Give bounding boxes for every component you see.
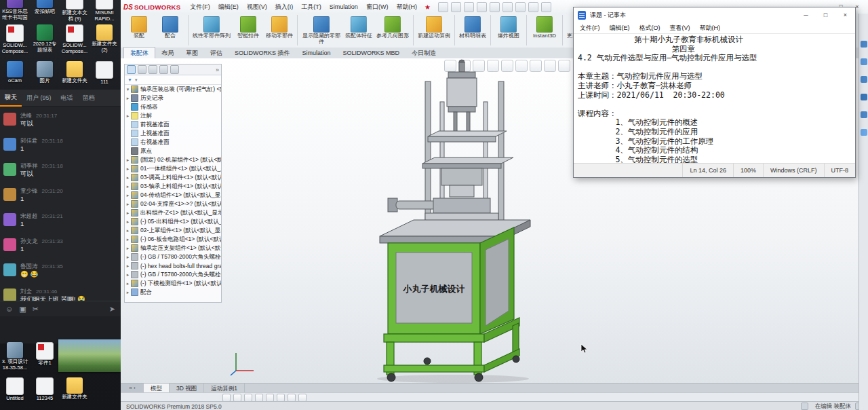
quick-access-toolbar-icon[interactable] xyxy=(438,2,448,12)
tree-item[interactable]: ▸ 04-传动组件<1> (默认<默认_显示状态-1 xyxy=(125,191,221,200)
maximize-icon[interactable] xyxy=(816,7,835,22)
taskpane-icon[interactable] xyxy=(861,111,867,118)
tree-filter-bar[interactable] xyxy=(125,75,221,85)
avatar[interactable] xyxy=(3,263,16,276)
expand-arrow-icon[interactable]: ▾ xyxy=(125,87,131,92)
expand-arrow-icon[interactable]: ▸ xyxy=(125,184,131,189)
menubar-item[interactable]: Simulation xyxy=(326,0,362,14)
tree-item[interactable]: ▸ (-) hex head bolts-full thread grade c… xyxy=(125,261,221,270)
desktop-icon[interactable]: KSS音乐思维卡书写国际 xyxy=(1,0,29,22)
status-icon[interactable] xyxy=(801,403,808,410)
send-icon[interactable] xyxy=(109,305,115,314)
sender-name[interactable]: 孙文龙 xyxy=(20,238,38,244)
desktop-icon[interactable]: oCam xyxy=(1,60,29,86)
ribbon-button[interactable]: 新建运动算例 xyxy=(416,15,455,45)
sender-name[interactable]: 童少锋 xyxy=(20,187,38,194)
expand-arrow-icon[interactable]: ▸ xyxy=(125,290,131,295)
tree-item[interactable]: ▸ 03-调高上料组件<1> (默认<默认_显示状 xyxy=(125,173,221,182)
emoji-icon[interactable] xyxy=(5,301,13,316)
menubar-item[interactable]: 窗口(W) xyxy=(362,0,393,14)
ribbon-button[interactable]: 线性零部件阵列 xyxy=(191,15,233,45)
expand-arrow-icon[interactable]: ▸ xyxy=(125,96,131,101)
screenshot-icon[interactable] xyxy=(33,301,39,316)
desktop-icon[interactable]: SOLIDW... Compose... xyxy=(1,23,29,54)
tree-item[interactable]: ▸ (-) GB / T5780-2000六角头螺栓C级<1> xyxy=(125,253,221,261)
quick-access-toolbar-icon[interactable] xyxy=(502,2,513,12)
tree-item[interactable]: ▸ 02-上罩组件<1> (默认<默认_显示状态- xyxy=(125,226,221,235)
desktop-icon[interactable]: 111 xyxy=(90,60,119,86)
desktop-icon[interactable]: 新建文件夹 (2) xyxy=(90,23,119,54)
menubar-item[interactable]: 查看(V) xyxy=(665,24,695,33)
menubar-item[interactable]: 工具(T) xyxy=(297,0,326,14)
sender-name[interactable]: 胡季祥 xyxy=(20,162,38,169)
chat-tab[interactable]: 聊天 xyxy=(0,89,22,107)
tree-item[interactable]: ▸ 02-04-支撑座<1>->? (默认<默认_显示状 xyxy=(125,200,221,208)
menubar-item[interactable]: 编辑(E) xyxy=(605,24,635,33)
viewport-tool-icon[interactable] xyxy=(244,394,252,402)
menubar-item[interactable]: 视图(V) xyxy=(243,0,271,14)
desktop-icon[interactable]: 爱拍贴吧 xyxy=(31,0,59,22)
ribbon-tab[interactable]: SOLIDWORKS MBD xyxy=(337,48,406,58)
desktop-icon[interactable]: 新建文件夹 xyxy=(60,376,89,402)
ribbon-button[interactable]: 装配 xyxy=(123,15,155,45)
avatar[interactable] xyxy=(3,113,16,126)
configuration-tab-icon[interactable] xyxy=(149,65,157,74)
document-tab[interactable]: 模型 xyxy=(144,384,170,393)
desktop-icon[interactable]: MISUMI RAPiD... xyxy=(90,0,119,22)
quick-access-toolbar-icon[interactable] xyxy=(515,2,526,12)
expand-arrow-icon[interactable]: ▸ xyxy=(125,272,131,278)
taskpane-icon[interactable] xyxy=(861,129,867,136)
ribbon-button[interactable]: 显示隐藏的零部件 xyxy=(300,15,343,45)
tree-item[interactable]: ▸ (-) 06-板金电路组<1> (默认<默认_显示 xyxy=(125,235,221,244)
menubar-item[interactable]: 帮助(H) xyxy=(695,24,726,33)
desktop-icon[interactable]: 2020.12专题报表 xyxy=(31,23,59,54)
expand-arrow-icon[interactable]: ▸ xyxy=(125,175,131,181)
notepad-titlebar[interactable]: 课题 - 记事本 xyxy=(574,7,855,22)
sender-name[interactable]: 郭佳君 xyxy=(20,137,38,144)
tree-item[interactable]: 传感器 xyxy=(125,102,221,111)
tree-item[interactable]: ▸ (-) 下模检测组件<1> (默认<默认_显示 xyxy=(125,279,221,288)
expand-arrow-icon[interactable]: ▸ xyxy=(125,237,131,242)
expand-arrow-icon[interactable]: ▸ xyxy=(125,219,131,225)
avatar[interactable] xyxy=(3,213,16,226)
tree-item[interactable]: ▸ 配合 xyxy=(125,288,221,297)
tab-scroll-arrows-icon[interactable] xyxy=(121,384,144,393)
viewport-tool-icon[interactable] xyxy=(222,394,231,402)
avatar[interactable] xyxy=(3,188,16,201)
viewport-tool-icon[interactable] xyxy=(233,394,241,402)
tree-item[interactable]: ▸ (固定) 02-机架组件<1> (默认<默认_显示 xyxy=(125,155,221,164)
avatar[interactable] xyxy=(3,238,16,251)
ribbon-button[interactable]: 爆炸视图 xyxy=(493,15,527,45)
quick-access-toolbar-icon[interactable] xyxy=(477,2,487,12)
expand-arrow-icon[interactable]: ▸ xyxy=(125,281,131,286)
expand-arrow-icon[interactable]: ▸ xyxy=(125,255,131,260)
tree-item[interactable]: ▸ 01-一体模组件<1> (默认<默认_显示状态 xyxy=(125,164,221,173)
avatar[interactable] xyxy=(3,163,16,176)
notepad-text-area[interactable]: 第十期小丸子教育非标机械设计 第四章4.2 气动元件选型与应用—气动控制元件应用… xyxy=(574,34,855,163)
tree-item[interactable]: ▸ (-) GB / T5780-2000六角头螺栓C级<2> xyxy=(125,270,221,279)
tree-item[interactable]: ▸ (-) 05-出料组件<1> (默认<默认_显示状 xyxy=(125,217,221,226)
tree-item[interactable]: 原点 xyxy=(125,147,221,155)
ribbon-button[interactable]: 配合 xyxy=(155,15,189,45)
view-toolbar-icon[interactable] xyxy=(558,60,570,72)
quick-access-toolbar-icon[interactable] xyxy=(528,2,538,12)
desktop-icon[interactable]: 新建文本文档 (9) xyxy=(60,0,89,22)
desktop-icon[interactable]: 新建文件夹 xyxy=(60,60,89,86)
dimxpert-tab-icon[interactable] xyxy=(159,65,168,74)
propertymanager-tab-icon[interactable] xyxy=(138,65,146,74)
chat-tab[interactable]: 电话 xyxy=(56,90,78,106)
menubar-item[interactable]: 编辑(E) xyxy=(214,0,243,14)
taskpane-icon[interactable] xyxy=(861,94,867,100)
sender-name[interactable]: 刘全 xyxy=(20,288,32,295)
ribbon-button[interactable]: 智能扣件 xyxy=(233,15,264,45)
expand-arrow-icon[interactable]: ▸ xyxy=(125,246,131,251)
ribbon-button[interactable]: Instant3D xyxy=(529,15,563,45)
ribbon-tab[interactable]: 装配体 xyxy=(123,47,155,58)
ribbon-button[interactable]: 材料明细表 xyxy=(457,15,491,45)
menubar-item[interactable]: 格式(O) xyxy=(635,24,665,33)
avatar[interactable] xyxy=(3,138,16,151)
desktop-icon[interactable]: Untitled xyxy=(1,376,29,402)
quick-access-toolbar-icon[interactable] xyxy=(490,2,500,12)
quick-access-toolbar-icon[interactable] xyxy=(541,2,551,12)
avatar[interactable] xyxy=(3,288,16,301)
